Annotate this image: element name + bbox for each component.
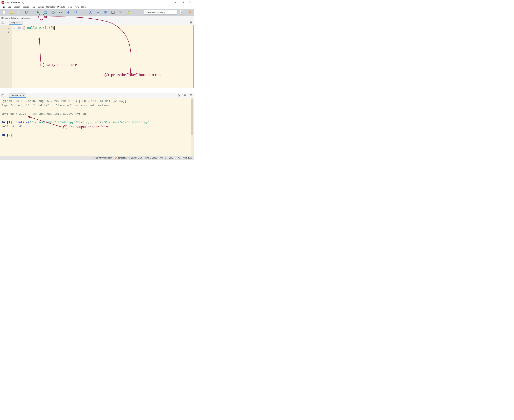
status-rw: RW bbox=[177, 157, 180, 159]
menu-file[interactable]: File bbox=[1, 5, 6, 8]
options-icon[interactable] bbox=[189, 94, 192, 97]
window-title: Spyder (Python 3.9) bbox=[5, 1, 24, 4]
debug-button[interactable] bbox=[66, 10, 70, 15]
console-scrollbar[interactable] bbox=[191, 98, 194, 156]
svg-text:I: I bbox=[59, 11, 60, 14]
menu-help[interactable]: Help bbox=[80, 5, 87, 8]
outline-icon[interactable] bbox=[189, 21, 192, 24]
tab-close-icon[interactable]: ✕ bbox=[19, 22, 21, 24]
svg-rect-11 bbox=[52, 11, 54, 14]
status-lsp[interactable]: LSP Python: ready bbox=[94, 157, 112, 159]
run-selection-button[interactable]: I bbox=[58, 10, 63, 15]
preferences-button[interactable] bbox=[118, 10, 123, 15]
svg-rect-16 bbox=[68, 11, 69, 14]
minimize-button[interactable] bbox=[172, 0, 179, 5]
status-memory: Mem 19% bbox=[183, 157, 192, 159]
new-file-button[interactable] bbox=[2, 10, 6, 15]
menu-debug[interactable]: Debug bbox=[37, 5, 45, 8]
run-cell-button[interactable] bbox=[43, 10, 48, 15]
svg-marker-15 bbox=[67, 11, 68, 14]
toolbar-close-icon[interactable] bbox=[188, 10, 192, 15]
menu-projects[interactable]: Projects bbox=[56, 5, 66, 8]
close-window-button[interactable] bbox=[186, 0, 194, 5]
run-cell-advance-button[interactable] bbox=[51, 10, 55, 15]
svg-rect-41 bbox=[2, 95, 4, 96]
menu-tools[interactable]: Tools bbox=[66, 5, 73, 8]
cwd-dropdown-button[interactable] bbox=[180, 10, 183, 15]
line-number: 1 bbox=[0, 26, 12, 31]
save-button[interactable] bbox=[17, 10, 21, 15]
svg-rect-17 bbox=[69, 11, 70, 14]
tab-label: temp.py bbox=[11, 22, 18, 24]
status-encoding[interactable]: UTF-8 bbox=[160, 157, 166, 159]
cwd-input[interactable]: \Users\adsr\.spyder-py3 bbox=[144, 10, 177, 15]
editor-gutter: 1 2 bbox=[0, 25, 12, 88]
open-file-button[interactable] bbox=[9, 10, 14, 15]
browse-tabs-icon[interactable] bbox=[1, 94, 5, 97]
current-file-path: C:\Users\adsr\.spyder-py3\temp.py bbox=[1, 17, 31, 19]
debug-continue-button[interactable] bbox=[96, 10, 100, 15]
menu-bar: File Edit Search Source Run Debug Consol… bbox=[0, 5, 194, 9]
debug-stop-button[interactable] bbox=[103, 10, 108, 15]
line-number: 2 bbox=[0, 31, 12, 35]
svg-marker-20 bbox=[83, 12, 83, 13]
save-all-button[interactable] bbox=[24, 10, 29, 15]
console-tab[interactable]: Console 1/A ✕ bbox=[9, 94, 26, 98]
interrupt-kernel-icon[interactable] bbox=[183, 94, 186, 97]
svg-point-21 bbox=[90, 11, 91, 12]
clear-console-icon[interactable] bbox=[177, 94, 180, 97]
debug-step-button[interactable] bbox=[73, 10, 78, 15]
svg-rect-2 bbox=[182, 2, 184, 3]
debug-step-into-button[interactable] bbox=[81, 10, 85, 15]
svg-marker-8 bbox=[37, 11, 39, 14]
path-bar: C:\Users\adsr\.spyder-py3\temp.py bbox=[0, 16, 194, 20]
ipython-console[interactable]: Python 3.9.13 (main, Aug 25 2022, 23:51:… bbox=[0, 98, 194, 156]
status-eol[interactable]: CRLF bbox=[169, 157, 174, 159]
svg-marker-22 bbox=[90, 12, 91, 13]
svg-rect-9 bbox=[44, 11, 46, 14]
maximize-button[interactable] bbox=[179, 0, 186, 5]
svg-rect-42 bbox=[2, 94, 3, 95]
browse-tabs-icon[interactable] bbox=[1, 21, 5, 24]
svg-rect-5 bbox=[3, 11, 5, 14]
svg-rect-37 bbox=[2, 22, 3, 22]
status-conda[interactable]: conda: base (Python 3.9.13) bbox=[115, 157, 142, 159]
pythonpath-button[interactable]: + bbox=[126, 10, 130, 15]
svg-marker-24 bbox=[98, 11, 99, 14]
menu-consoles[interactable]: Consoles bbox=[45, 5, 56, 8]
editor-tabstrip: temp.py ✕ bbox=[0, 20, 194, 25]
layout-button[interactable] bbox=[111, 10, 115, 15]
title-bar: Spyder (Python 3.9) bbox=[0, 0, 194, 5]
main-toolbar: I + \Users\adsr\.spyder-py3 bbox=[0, 9, 194, 16]
svg-rect-36 bbox=[2, 22, 4, 23]
menu-source[interactable]: Source bbox=[22, 5, 30, 8]
console-prompt[interactable]: In [2]: bbox=[1, 133, 192, 137]
menu-view[interactable]: View bbox=[73, 5, 80, 8]
svg-rect-43 bbox=[184, 95, 186, 96]
menu-run[interactable]: Run bbox=[31, 5, 37, 8]
menu-search[interactable]: Search bbox=[13, 5, 21, 8]
svg-marker-12 bbox=[54, 12, 55, 13]
svg-text:+: + bbox=[128, 11, 129, 12]
code-editor[interactable]: 1 2 print('Hello World!') bbox=[0, 25, 194, 88]
svg-point-19 bbox=[83, 13, 83, 14]
svg-rect-6 bbox=[18, 11, 19, 12]
console-tabstrip: Console 1/A ✕ bbox=[0, 93, 194, 98]
svg-marker-23 bbox=[97, 11, 98, 14]
debug-step-out-button[interactable] bbox=[88, 10, 93, 15]
console-banner: Type "copyright", "credits" or "license"… bbox=[1, 103, 192, 107]
editor-tab-temp[interactable]: temp.py ✕ bbox=[9, 21, 22, 25]
console-output: Hello World! bbox=[1, 124, 192, 129]
tab-close-icon[interactable]: ✕ bbox=[23, 95, 24, 97]
code-area[interactable]: print('Hello World!') bbox=[12, 25, 193, 88]
text-cursor bbox=[54, 26, 55, 30]
pane-splitter[interactable] bbox=[0, 88, 194, 93]
status-cursor-pos: Line 1, Col 22 bbox=[145, 157, 157, 159]
menu-edit[interactable]: Edit bbox=[7, 5, 12, 8]
run-button[interactable] bbox=[36, 10, 40, 15]
status-bar: LSP Python: ready conda: base (Python 3.… bbox=[0, 156, 194, 160]
console-input-line: In [1]: runfile('C:/Users/adsr/.spyder-p… bbox=[1, 120, 192, 124]
tab-label: Console 1/A bbox=[11, 94, 22, 97]
svg-rect-25 bbox=[104, 11, 107, 14]
svg-marker-33 bbox=[181, 12, 182, 13]
